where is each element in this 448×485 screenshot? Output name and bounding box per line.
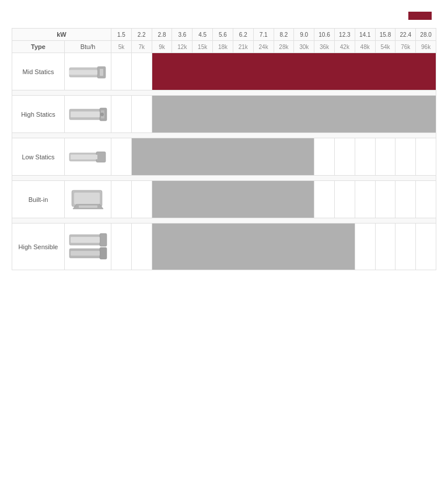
empty-cell-4-15	[396, 224, 416, 270]
btu-value-6: 21k	[233, 41, 253, 53]
svg-rect-21	[71, 251, 100, 256]
svg-rect-3	[100, 69, 103, 76]
kw-value-1: 2.2	[131, 29, 152, 41]
kw-header-label: kW	[12, 29, 111, 41]
svg-rect-10	[96, 152, 106, 162]
empty-cell-3-1	[111, 181, 132, 218]
header-btu-row: TypeBtu/h5k7k9k12k15k18k21k24k28k30k36k4…	[12, 41, 436, 53]
legend	[12, 12, 436, 20]
product-img-3	[65, 181, 111, 218]
kw-value-8: 8.2	[274, 29, 294, 41]
kw-value-3: 3.6	[172, 29, 192, 41]
kw-value-14: 22.4	[396, 29, 416, 41]
empty-cell-0-2	[131, 53, 152, 90]
type-header-label: Type	[12, 41, 65, 53]
btu-value-8: 28k	[274, 41, 294, 53]
product-name-0: Mid Statics	[12, 53, 65, 90]
svg-rect-18	[71, 237, 100, 243]
empty-cell-1-1	[111, 96, 132, 133]
empty-cell-4-14	[375, 224, 396, 270]
empty-cell-3-13	[355, 181, 375, 218]
kw-value-15: 28.0	[416, 29, 436, 41]
product-name-2: Low Statics	[12, 138, 65, 176]
kw-value-9: 9.0	[294, 29, 314, 41]
product-table: kW1.52.22.83.64.55.66.27.18.29.010.612.3…	[12, 28, 436, 270]
chart-container: kW1.52.22.83.64.55.66.27.18.29.010.612.3…	[12, 28, 436, 270]
product-name-1: High Statics	[12, 96, 65, 133]
btu-value-11: 42k	[334, 41, 355, 53]
product-img-0	[65, 53, 111, 90]
empty-cell-3-15	[396, 181, 416, 218]
product-row-4: High Sensible	[12, 224, 436, 270]
empty-cell-2-16	[416, 138, 436, 176]
bar-cell-1-3	[152, 96, 436, 133]
svg-rect-20	[100, 247, 107, 259]
empty-cell-4-1	[111, 224, 132, 270]
empty-cell-2-12	[334, 138, 355, 176]
bar-cell-2-2	[131, 138, 314, 176]
header-kw-row: kW1.52.22.83.64.55.66.27.18.29.010.612.3…	[12, 29, 436, 41]
legend-color-box	[408, 12, 432, 20]
empty-cell-2-13	[355, 138, 375, 176]
btu-value-0: 5k	[111, 41, 132, 53]
bar-cell-3-3	[152, 181, 314, 218]
empty-cell-2-14	[375, 138, 396, 176]
kw-value-11: 12.3	[334, 29, 355, 41]
empty-cell-4-16	[416, 224, 436, 270]
product-img-2	[65, 138, 111, 176]
btu-value-5: 18k	[213, 41, 233, 53]
product-name-4: High Sensible	[12, 224, 65, 270]
empty-cell-3-16	[416, 181, 436, 218]
btu-value-10: 36k	[314, 41, 335, 53]
btu-value-9: 30k	[294, 41, 314, 53]
empty-cell-2-15	[396, 138, 416, 176]
empty-cell-1-2	[131, 96, 152, 133]
btu-value-7: 24k	[253, 41, 274, 53]
svg-rect-11	[71, 155, 97, 159]
product-row-3: Built-in	[12, 181, 436, 218]
kw-value-5: 5.6	[213, 29, 233, 41]
svg-point-8	[100, 113, 104, 116]
kw-value-7: 7.1	[253, 29, 274, 41]
kw-value-0: 1.5	[111, 29, 132, 41]
kw-value-6: 6.2	[233, 29, 253, 41]
product-row-0: Mid Statics	[12, 53, 436, 90]
row-divider-0	[12, 90, 436, 96]
svg-rect-15	[79, 205, 97, 208]
empty-cell-2-11	[314, 138, 335, 176]
btu-value-13: 54k	[375, 41, 396, 53]
btu-value-2: 9k	[152, 41, 172, 53]
empty-cell-3-12	[334, 181, 355, 218]
empty-cell-4-13	[355, 224, 375, 270]
row-divider-2	[12, 176, 436, 181]
empty-cell-2-1	[111, 138, 132, 176]
btu-value-12: 48k	[355, 41, 375, 53]
empty-cell-3-11	[314, 181, 335, 218]
btu-value-14: 76k	[396, 41, 416, 53]
kw-value-10: 10.6	[314, 29, 335, 41]
kw-value-12: 14.1	[355, 29, 375, 41]
btuh-header-label: Btu/h	[65, 41, 111, 53]
row-divider-1	[12, 133, 436, 138]
kw-value-13: 15.8	[375, 29, 396, 41]
svg-rect-17	[100, 233, 107, 246]
product-img-1	[65, 96, 111, 133]
svg-rect-2	[69, 70, 97, 75]
bar-cell-0-3	[152, 53, 436, 90]
product-img-4	[65, 224, 111, 270]
bar-cell-4-3	[152, 224, 355, 270]
svg-rect-13	[74, 193, 100, 204]
kw-value-4: 4.5	[192, 29, 213, 41]
empty-cell-4-2	[131, 224, 152, 270]
product-row-1: High Statics	[12, 96, 436, 133]
row-divider-3	[12, 218, 436, 224]
product-row-2: Low Statics	[12, 138, 436, 176]
btu-value-4: 15k	[192, 41, 213, 53]
empty-cell-3-14	[375, 181, 396, 218]
btu-value-1: 7k	[131, 41, 152, 53]
empty-cell-0-1	[111, 53, 132, 90]
empty-cell-3-2	[131, 181, 152, 218]
btu-value-3: 12k	[172, 41, 192, 53]
svg-rect-6	[71, 111, 100, 117]
btu-value-15: 96k	[416, 41, 436, 53]
